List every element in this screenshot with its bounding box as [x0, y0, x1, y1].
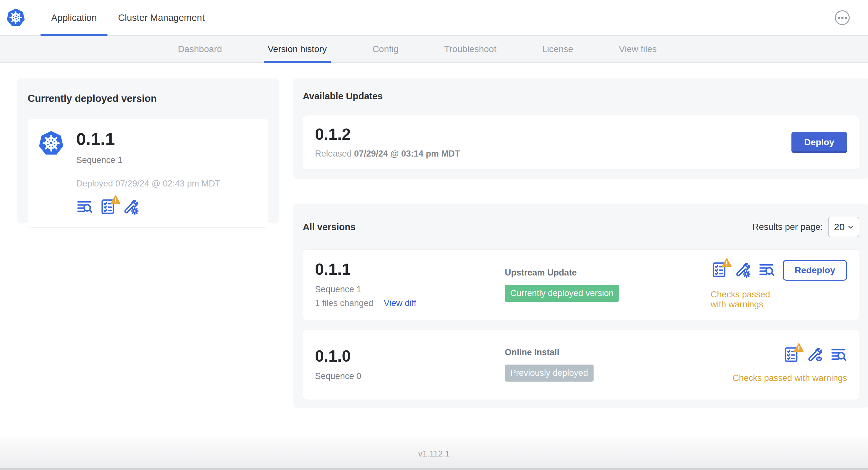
right-column: Available Updates 0.1.2 Released 07/29/2… — [293, 78, 868, 408]
tab-view-files-label: View files — [619, 44, 657, 54]
all-versions-card: All versions Results per page: 20 0.1.1 … — [293, 203, 868, 408]
version-row-info: 0.1.0 Sequence 0 — [315, 348, 505, 381]
currently-deployed-panel: 0.1.1 Sequence 1 Deployed 07/29/24 @ 02:… — [28, 119, 268, 228]
all-versions-header: All versions Results per page: 20 — [303, 217, 859, 237]
tab-version-history-label: Version history — [268, 44, 327, 54]
row-action-icons — [711, 261, 775, 279]
row-files-line: 1 files changed View diff — [315, 298, 505, 308]
console-version: v1.112.1 — [418, 449, 450, 459]
version-row-source: Upstream Update Currently deployed versi… — [505, 268, 711, 302]
update-version-number: 0.1.2 — [315, 126, 460, 142]
actions-line — [783, 346, 847, 364]
released-label: Released — [315, 149, 352, 159]
top-nav: Application Cluster Management — [0, 0, 868, 36]
sub-nav: Dashboard Version history Config Trouble… — [0, 36, 868, 63]
logs-icon[interactable] — [758, 261, 775, 278]
all-versions-title: All versions — [303, 222, 355, 232]
footer: v1.112.1 — [0, 437, 868, 470]
row-version-number: 0.1.0 — [315, 348, 505, 364]
status-badge: Previously deployed — [505, 365, 594, 381]
row-version-number: 0.1.1 — [315, 261, 505, 277]
preflight-checks-warning-icon[interactable] — [99, 198, 116, 216]
current-version-actions — [76, 198, 220, 216]
version-row-0-1-1: 0.1.1 Sequence 1 1 files changed View di… — [303, 249, 859, 320]
tab-dashboard-label: Dashboard — [178, 44, 222, 54]
tab-dashboard[interactable]: Dashboard — [175, 36, 224, 62]
logs-icon[interactable] — [830, 346, 847, 363]
app-window: Application Cluster Management Dashboard… — [0, 0, 868, 470]
tab-config-label: Config — [373, 44, 399, 54]
checks-status-text: Checks passed with warnings — [711, 290, 781, 310]
source-label: Online Install — [505, 347, 711, 358]
tab-version-history[interactable]: Version history — [265, 36, 330, 62]
tab-license[interactable]: License — [539, 36, 576, 62]
available-updates-title: Available Updates — [303, 91, 859, 102]
view-diff-link[interactable]: View diff — [384, 298, 416, 308]
currently-deployed-title: Currently deployed version — [28, 93, 268, 104]
main-content: Currently deployed version — [0, 63, 868, 408]
available-updates-card: Available Updates 0.1.2 Released 07/29/2… — [293, 78, 868, 179]
tab-config[interactable]: Config — [370, 36, 401, 62]
preflight-checks-warning-icon[interactable] — [711, 261, 727, 279]
currently-deployed-card: Currently deployed version — [17, 78, 279, 223]
update-released-line: Released 07/29/24 @ 03:14 pm MDT — [315, 149, 460, 159]
deploy-button[interactable]: Deploy — [792, 132, 847, 153]
row-sequence: Sequence 1 — [315, 284, 505, 295]
warning-triangle-icon — [794, 342, 804, 352]
chevron-down-icon — [847, 223, 855, 231]
left-column: Currently deployed version — [17, 78, 279, 408]
checks-status-text: Checks passed with warnings — [733, 373, 847, 383]
current-version-deployed-at: Deployed 07/29/24 @ 02:43 pm MDT — [76, 179, 220, 189]
top-tab-cluster-management-label: Cluster Management — [118, 12, 205, 23]
tab-troubleshoot[interactable]: Troubleshoot — [442, 36, 499, 62]
tab-license-label: License — [542, 44, 573, 54]
current-version-number: 0.1.1 — [76, 130, 220, 148]
status-badge: Currently deployed version — [505, 285, 619, 302]
files-changed-label: 1 files changed — [315, 298, 374, 308]
row-sequence: Sequence 0 — [315, 371, 505, 381]
kubernetes-app-icon — [38, 130, 65, 157]
version-row-actions: Checks passed with warnings — [733, 346, 847, 383]
available-update-info: 0.1.2 Released 07/29/24 @ 03:14 pm MDT — [315, 126, 460, 159]
results-per-page-value: 20 — [834, 222, 844, 232]
currently-deployed-body: 0.1.1 Sequence 1 Deployed 07/29/24 @ 02:… — [76, 130, 220, 216]
tab-troubleshoot-label: Troubleshoot — [444, 44, 496, 54]
top-tab-application[interactable]: Application — [40, 0, 107, 35]
version-row-source: Online Install Previously deployed — [505, 347, 711, 381]
results-per-page: Results per page: 20 — [752, 217, 859, 237]
config-view-icon[interactable] — [807, 346, 823, 363]
ellipsis-menu-icon[interactable] — [835, 10, 850, 25]
version-row-info: 0.1.1 Sequence 1 1 files changed View di… — [315, 261, 505, 308]
source-label: Upstream Update — [505, 268, 711, 278]
warning-triangle-icon — [110, 195, 121, 205]
results-per-page-select[interactable]: 20 — [828, 217, 859, 237]
actions-line: Redeploy — [711, 260, 847, 281]
available-update-row: 0.1.2 Released 07/29/24 @ 03:14 pm MDT D… — [303, 115, 859, 170]
released-timestamp: 07/29/24 @ 03:14 pm MDT — [354, 149, 460, 159]
current-version-sequence: Sequence 1 — [76, 155, 220, 165]
config-edit-icon[interactable] — [735, 261, 751, 278]
logs-icon[interactable] — [76, 198, 93, 215]
top-tab-cluster-management[interactable]: Cluster Management — [107, 0, 215, 35]
kubernetes-logo-icon — [6, 0, 26, 35]
redeploy-button[interactable]: Redeploy — [783, 260, 847, 281]
preflight-checks-warning-icon[interactable] — [783, 346, 800, 364]
config-edit-icon[interactable] — [123, 198, 139, 215]
version-row-actions: Redeploy Checks passed with warnings — [711, 260, 847, 310]
tab-view-files[interactable]: View files — [616, 36, 659, 62]
row-action-icons — [783, 346, 847, 364]
top-tab-application-label: Application — [51, 12, 97, 23]
warning-triangle-icon — [722, 258, 732, 268]
results-per-page-label: Results per page: — [752, 222, 823, 232]
version-row-0-1-0: 0.1.0 Sequence 0 Online Install Previous… — [303, 329, 859, 400]
